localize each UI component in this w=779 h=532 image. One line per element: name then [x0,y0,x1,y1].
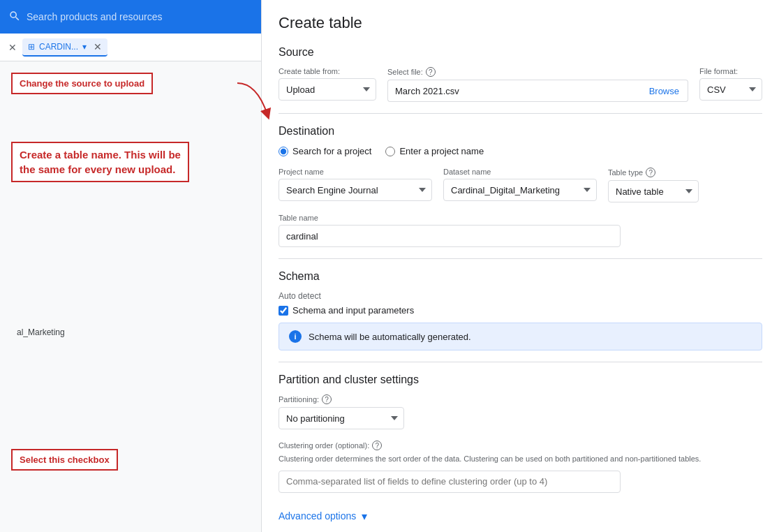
advanced-options-row[interactable]: Advanced options ▾ [279,504,762,529]
create-table-from-select[interactable]: Upload Google Cloud Storage Drive [279,78,376,101]
select-file-help-icon[interactable]: ? [426,67,436,77]
right-panel: Create table Source Create table from: U… [262,0,779,532]
radio-search-project-label: Search for a project [292,146,371,156]
schema-section: Auto detect Schema and input parameters … [279,291,762,350]
info-icon: i [289,330,302,343]
radio-enter-project[interactable]: Enter a project name [385,146,484,156]
destination-form-row: Project name Search Engine Journal Datas… [279,168,762,202]
partition-section-title: Partition and cluster settings [279,374,762,386]
tab-label: CARDIN... [39,42,78,52]
browse-button[interactable]: Browse [641,80,688,102]
table-name-section: Table name [279,214,762,247]
schema-checkbox-label: Schema and input parameters [292,305,414,316]
radio-search-project[interactable]: Search for a project [279,146,371,156]
clustering-help-icon[interactable]: ? [372,441,382,450]
clustering-section: Clustering order (optional): ? Clusterin… [279,441,762,493]
radio-group: Search for a project Enter a project nam… [279,146,762,156]
chevron-down-icon: ▾ [362,510,367,523]
schema-checkbox-row[interactable]: Schema and input parameters [279,305,762,316]
table-name-input[interactable] [279,225,621,247]
file-format-select[interactable]: CSV JSON Avro Parquet [699,78,762,101]
table-name-label: Table name [279,214,762,222]
partitioning-select[interactable]: No partitioning Day Hour Month Year [279,407,404,429]
dataset-name-group: Dataset name Cardinal_Digital_Marketing [443,168,597,201]
advanced-options-label: Advanced options [279,510,356,522]
select-file-label: Select file: ? [387,67,688,77]
radio-enter-project-label: Enter a project name [399,146,484,156]
dataset-name-select[interactable]: Cardinal_Digital_Marketing [443,179,597,201]
partitioning-help-icon[interactable]: ? [322,394,332,404]
file-input-row: Browse [387,80,688,102]
create-table-from-group: Create table from: Upload Google Cloud S… [279,67,376,101]
clustering-desc: Clustering order determines the sort ord… [279,453,762,465]
left-content: Change the source to upload Create a tab… [0,61,261,532]
partition-section: Partitioning: ? No partitioning Day Hour… [279,394,762,429]
divider-3 [279,362,762,362]
file-format-group: File format: CSV JSON Avro Parquet [699,67,762,101]
table-icon: ⊞ [28,42,35,52]
partitioning-label: Partitioning: ? [279,394,762,404]
source-section-title: Source [279,46,762,59]
schema-checkbox[interactable] [279,306,288,316]
table-type-group: Table type ? Native table External table [608,168,699,202]
project-name-select[interactable]: Search Engine Journal [279,179,432,201]
tab-dropdown-icon[interactable]: ▾ [82,42,87,52]
select-file-group: Select file: ? Browse [387,67,688,102]
close-left-icon[interactable]: ✕ [6,39,20,56]
annotation-checkbox: Select this checkbox [11,449,118,471]
divider-2 [279,258,762,259]
clustering-label: Clustering order (optional): ? [279,441,762,450]
table-type-help-icon[interactable]: ? [646,168,655,177]
divider-1 [279,113,762,114]
tab-close-icon[interactable]: ✕ [94,41,102,52]
file-format-label: File format: [699,67,762,75]
tree-item: al_Marketing [11,327,250,337]
panel-title: Create table [279,14,762,32]
table-type-select[interactable]: Native table External table [608,180,699,202]
search-icon [8,10,21,24]
left-panel: Search products and resources ✕ ⊞ CARDIN… [0,0,262,532]
clustering-input[interactable] [279,471,621,493]
destination-section-title: Destination [279,125,762,138]
auto-detect-label: Auto detect [279,291,762,301]
schema-info-text: Schema will be automatically generated. [309,332,471,342]
source-form-row: Create table from: Upload Google Cloud S… [279,67,762,102]
annotation-table-name: Create a table name. This will be the sa… [11,142,189,182]
schema-info-box: i Schema will be automatically generated… [279,323,762,350]
tab-cardin[interactable]: ⊞ CARDIN... ▾ ✕ [22,38,107,57]
schema-section-title: Schema [279,270,762,283]
radio-search-project-input[interactable] [279,147,288,156]
radio-enter-project-input[interactable] [385,147,395,156]
create-table-from-label: Create table from: [279,67,376,75]
file-name-input[interactable] [387,80,641,102]
tab-bar: ✕ ⊞ CARDIN... ▾ ✕ [0,34,261,61]
table-type-label: Table type ? [608,168,699,177]
annotation-source: Change the source to upload [11,73,153,94]
dataset-name-label: Dataset name [443,168,597,176]
project-name-group: Project name Search Engine Journal [279,168,432,201]
top-bar: Search products and resources [0,0,261,34]
project-name-label: Project name [279,168,432,176]
search-input-placeholder[interactable]: Search products and resources [27,11,163,22]
